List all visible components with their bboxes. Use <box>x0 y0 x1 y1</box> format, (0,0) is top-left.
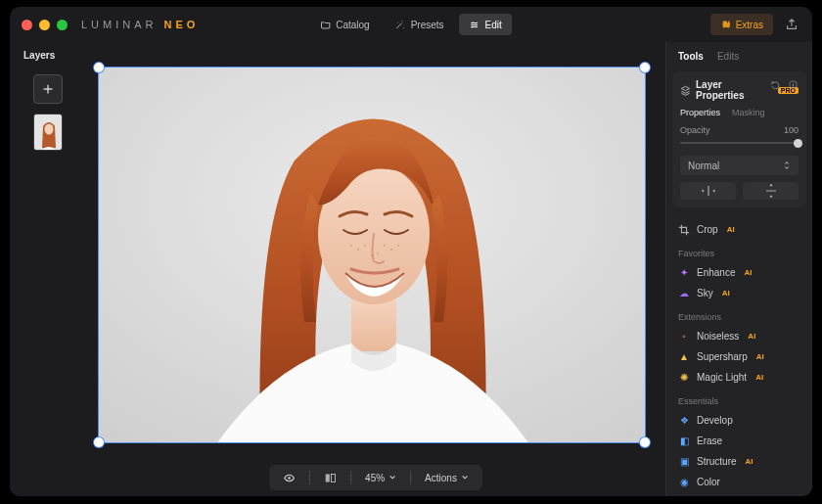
svg-point-14 <box>397 245 399 247</box>
puzzle-icon <box>720 20 731 30</box>
sharpen-icon: ▲ <box>678 351 690 363</box>
category-extensions: Extensions <box>678 312 800 322</box>
ai-badge: AI <box>727 225 735 234</box>
category-favorites: Favorites <box>678 249 800 258</box>
svg-point-11 <box>364 245 366 247</box>
canvas-area: 45% Actions <box>86 42 665 496</box>
tool-enhance[interactable]: ✦ EnhanceAI <box>678 262 800 283</box>
svg-point-12 <box>384 245 386 247</box>
noise-icon: ◦ <box>678 331 690 343</box>
blend-mode-select[interactable]: Normal <box>680 156 799 175</box>
actions-dropdown[interactable]: Actions <box>421 473 473 483</box>
maximize-window[interactable] <box>57 20 68 30</box>
svg-point-16 <box>377 252 379 254</box>
right-panel-tabs: Tools Edits <box>666 42 812 68</box>
flip-vertical-button[interactable] <box>743 182 799 200</box>
category-essentials: Essentials <box>678 396 800 406</box>
top-nav: Catalog Presets Edit <box>310 14 512 35</box>
svg-point-13 <box>390 249 392 251</box>
tool-structure[interactable]: ▣ StructureAI <box>678 451 800 472</box>
compare-toggle[interactable] <box>320 472 341 484</box>
svg-point-1 <box>476 23 478 25</box>
svg-rect-19 <box>331 474 335 481</box>
transform-handle-ne[interactable] <box>640 63 650 72</box>
reset-button[interactable] <box>770 79 781 90</box>
separator <box>410 471 411 484</box>
chevron-down-icon <box>461 474 469 481</box>
subtab-masking[interactable]: Masking <box>732 108 765 117</box>
svg-point-2 <box>472 25 474 27</box>
sliders-icon <box>470 20 480 30</box>
tab-tools[interactable]: Tools <box>678 51 704 62</box>
opacity-label: Opacity <box>680 125 710 135</box>
tab-edits[interactable]: Edits <box>717 51 739 62</box>
svg-point-17 <box>288 477 291 480</box>
visibility-toggle[interactable] <box>279 472 299 484</box>
app-brand: LUMINAR NEO <box>81 19 199 30</box>
ai-badge: AI <box>756 352 764 361</box>
folder-icon <box>320 20 331 30</box>
transform-box[interactable] <box>98 67 646 443</box>
title-bar: LUMINAR NEO Catalog Presets Edit <box>10 7 812 42</box>
tool-crop[interactable]: CropAI <box>678 219 800 240</box>
share-button[interactable] <box>783 16 800 33</box>
zoom-dropdown[interactable]: 45% <box>361 473 400 483</box>
subtab-properties[interactable]: Properties <box>680 108 720 117</box>
separator <box>350 471 351 484</box>
svg-rect-18 <box>326 474 330 481</box>
color-icon: ◉ <box>678 477 690 488</box>
eye-icon <box>283 472 296 484</box>
nav-presets[interactable]: Presets <box>386 14 454 35</box>
right-panel: Tools Edits Layer Properties PRO Propert… <box>665 42 812 496</box>
tool-black-white[interactable]: ◐ Black & White <box>678 492 800 496</box>
layer-properties-panel: Layer Properties PRO Properties Masking … <box>672 71 806 207</box>
close-window[interactable] <box>22 20 32 30</box>
opacity-slider[interactable] <box>680 138 799 148</box>
ai-badge: AI <box>755 373 763 382</box>
svg-point-15 <box>371 254 373 256</box>
layers-title: Layers <box>10 50 55 61</box>
tool-erase[interactable]: ◧ Erase <box>678 431 800 451</box>
info-button[interactable] <box>788 79 799 90</box>
cloud-icon: ☁ <box>678 288 690 299</box>
ai-badge: AI <box>746 457 754 466</box>
chevron-down-icon <box>388 474 396 481</box>
transform-handle-nw[interactable] <box>94 63 104 72</box>
canvas-toolbar: 45% Actions <box>269 465 482 490</box>
flip-horizontal-button[interactable] <box>680 182 736 200</box>
tools-list: CropAI Favorites ✦ EnhanceAI ☁ SkyAI Ext… <box>666 217 812 496</box>
tool-develop[interactable]: ❖ Develop <box>678 410 800 431</box>
window-controls <box>22 20 68 30</box>
structure-icon: ▣ <box>678 456 690 468</box>
svg-point-10 <box>357 249 359 251</box>
transform-handle-sw[interactable] <box>94 437 104 447</box>
layers-panel: Layers <box>10 42 86 496</box>
tool-magic-light[interactable]: ✺ Magic LightAI <box>678 367 800 388</box>
ai-badge: AI <box>744 268 752 277</box>
svg-point-5 <box>45 124 54 135</box>
nav-catalog[interactable]: Catalog <box>310 14 379 35</box>
crop-icon <box>678 224 690 236</box>
svg-point-0 <box>473 22 475 23</box>
develop-icon: ❖ <box>678 415 690 427</box>
layer-thumbnail[interactable] <box>33 114 63 151</box>
tool-color[interactable]: ◉ Color <box>678 472 800 492</box>
extras-button[interactable]: Extras <box>710 14 773 35</box>
tool-supersharp[interactable]: ▲ SupersharpAI <box>678 346 800 367</box>
erase-icon: ◧ <box>678 435 690 447</box>
add-layer-button[interactable] <box>33 74 63 104</box>
layers-icon <box>680 85 691 96</box>
compare-icon <box>324 472 337 484</box>
sparkle-icon: ✦ <box>678 267 690 279</box>
tool-sky[interactable]: ☁ SkyAI <box>678 283 800 303</box>
tool-noiseless[interactable]: ◦ NoiselessAI <box>678 326 800 346</box>
wand-icon <box>395 20 406 30</box>
opacity-value: 100 <box>784 125 799 135</box>
flip-v-icon <box>766 183 776 199</box>
flip-h-icon <box>701 186 716 196</box>
nav-edit[interactable]: Edit <box>460 14 512 35</box>
minimize-window[interactable] <box>39 20 50 30</box>
ai-badge: AI <box>748 332 755 341</box>
separator <box>309 471 310 484</box>
transform-handle-se[interactable] <box>640 437 650 447</box>
